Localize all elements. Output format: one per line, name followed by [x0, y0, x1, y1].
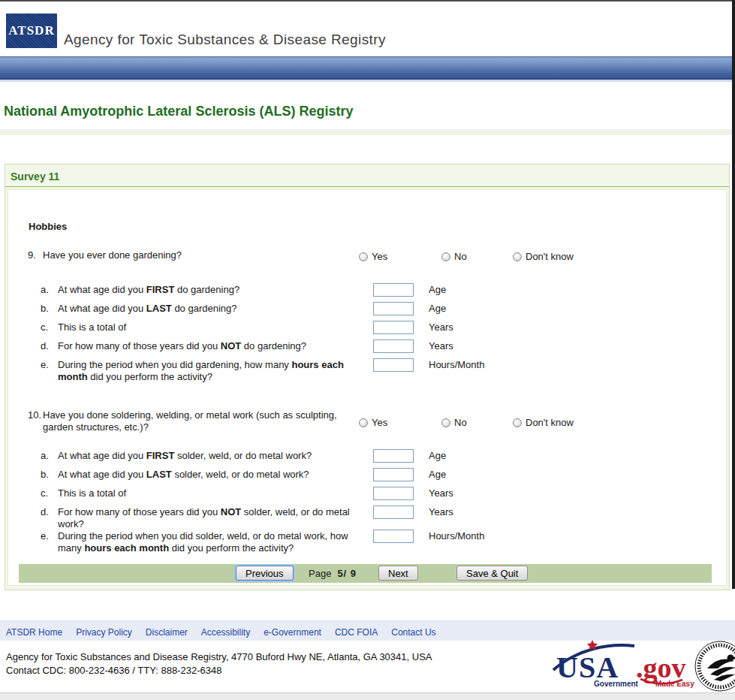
text-segment: At what age did you [58, 303, 146, 314]
q9-e-input[interactable] [373, 358, 414, 372]
unit-label: Age [429, 284, 726, 296]
radio-label: No [454, 251, 467, 263]
atsdr-logo-text: ATSDR [8, 23, 54, 38]
unit-label: Hours/Month [429, 530, 726, 542]
q10-d-input[interactable] [373, 505, 414, 519]
next-button[interactable]: Next [378, 566, 418, 581]
unit-label: Years [429, 321, 726, 333]
text-segment: did you perform the activity? [169, 542, 294, 554]
bottom-band [0, 692, 735, 700]
question-10-row: 10.Have you done soldering, welding, or … [8, 409, 726, 433]
radio-button-icon[interactable] [513, 418, 522, 427]
unit-label: Years [429, 506, 726, 518]
text-segment: At what age did you [58, 469, 146, 480]
question-10-subquestions: a.At what age did you FIRST solder, weld… [8, 450, 726, 554]
q10-radio-yes[interactable]: Yes [359, 417, 387, 429]
q10-radio-don-t-know[interactable]: Don't know [513, 417, 574, 429]
q10-b-text: At what age did you LAST solder, weld, o… [58, 469, 373, 481]
q10-b-input[interactable] [373, 468, 414, 481]
subquestion-letter: a. [41, 284, 58, 296]
input-cell [373, 530, 429, 543]
input-cell [373, 450, 429, 463]
q9-c-text: This is a total of [58, 321, 373, 333]
radio-button-icon[interactable] [441, 418, 450, 427]
text-segment: At what age did you [58, 450, 146, 461]
text-segment: This is a total of [58, 487, 126, 499]
text-bold-segment: hours each month [84, 542, 169, 554]
question-9-row: 9.Have you ever done gardening?YesNoDon'… [8, 249, 726, 261]
q9-sub-e-row: e.During the period when you did gardeni… [8, 359, 726, 383]
pagination-band: Previous Page5/ 9 Next Save & Quit [19, 564, 712, 583]
usagov-government-text: Government [594, 680, 639, 688]
text-segment: did you perform the activity? [88, 371, 212, 382]
subquestion-letter: d. [41, 340, 58, 352]
q9-radio-yes[interactable]: Yes [359, 251, 387, 263]
input-cell [373, 359, 429, 372]
unit-label: Age [429, 303, 726, 315]
survey-panel: Survey 11 Hobbies 9.Have you ever done g… [5, 164, 730, 590]
text-bold-segment: FIRST [146, 284, 175, 295]
footer-link-disclaimer[interactable]: Disclaimer [146, 627, 188, 638]
q10-e-input[interactable] [373, 530, 414, 543]
q9-d-input[interactable] [373, 339, 414, 353]
q9-radio-no[interactable]: No [441, 251, 467, 263]
q10-sub-a-row: a.At what age did you FIRST solder, weld… [8, 450, 726, 469]
q9-a-input[interactable] [373, 283, 414, 297]
q10-sub-b-row: b.At what age did you LAST solder, weld,… [8, 469, 726, 487]
agency-title: Agency for Toxic Substances & Disease Re… [64, 32, 386, 48]
footer-link-contact-us[interactable]: Contact Us [391, 627, 435, 638]
subquestion-letter: e. [41, 530, 58, 542]
q9-b-input[interactable] [373, 302, 414, 315]
footer-link-atsdr-home[interactable]: ATSDR Home [6, 627, 62, 638]
footer-link-accessibility[interactable]: Accessibility [201, 627, 250, 638]
previous-button[interactable]: Previous [236, 566, 294, 581]
q10-sub-d-row: d.For how many of those years did you NO… [8, 506, 726, 530]
text-segment: do gardening? [174, 284, 239, 295]
radio-label: No [454, 417, 467, 429]
q10-a-input[interactable] [373, 449, 414, 463]
usagov-logo[interactable]: USA .gov Government Made Easy [550, 638, 697, 691]
input-cell [373, 321, 429, 334]
text-bold-segment: LAST [146, 303, 172, 314]
footer-contact-line: Contact CDC: 800-232-4636 / TTY: 888-232… [6, 664, 432, 677]
footer-link-e-government[interactable]: e-Government [264, 627, 321, 638]
q9-c-input[interactable] [373, 321, 414, 334]
radio-button-icon[interactable] [359, 252, 368, 261]
radio-label: Don't know [526, 251, 574, 263]
q9-radio-don-t-know[interactable]: Don't know [513, 251, 574, 263]
divider-strip [0, 129, 735, 135]
q10-c-input[interactable] [373, 487, 414, 500]
q10-a-text: At what age did you FIRST solder, weld, … [58, 450, 373, 462]
subquestion-letter: d. [41, 506, 58, 518]
survey-panel-title: Survey 11 [5, 164, 729, 187]
footer-link-privacy-policy[interactable]: Privacy Policy [76, 627, 132, 638]
atsdr-logo[interactable]: ATSDR [6, 14, 57, 48]
page-label: Page [309, 568, 331, 579]
footer-link-cdc-foia[interactable]: CDC FOIA [335, 627, 378, 638]
q9-sub-a-row: a.At what age did you FIRST do gardening… [8, 284, 726, 303]
save-quit-button[interactable]: Save & Quit [456, 566, 528, 581]
radio-button-icon[interactable] [359, 418, 368, 427]
subquestion-letter: e. [41, 359, 58, 371]
text-segment: This is a total of [58, 321, 126, 333]
radio-label: Yes [372, 251, 387, 263]
browser-page: ATSDR Agency for Toxic Substances & Dise… [0, 0, 735, 700]
usagov-madeeasy-text: Made Easy [655, 680, 694, 688]
nav-bar-underline [0, 80, 735, 82]
q9-sub-c-row: c.This is a total ofYears [8, 321, 726, 340]
q10-radio-no[interactable]: No [441, 417, 467, 429]
q9-sub-d-row: d.For how many of those years did you NO… [8, 340, 726, 359]
footer-address: Agency for Toxic Substances and Disease … [6, 650, 432, 677]
text-segment: do gardening? [241, 340, 306, 352]
question-9-subquestions: a.At what age did you FIRST do gardening… [8, 284, 726, 383]
radio-button-icon[interactable] [513, 252, 522, 261]
q9-e-text: During the period when you did gardening… [58, 359, 373, 383]
radio-label: Yes [372, 417, 387, 429]
question-9-radio-group: YesNoDon't know [359, 251, 607, 261]
radio-button-icon[interactable] [441, 252, 450, 261]
input-cell [373, 506, 429, 519]
unit-label: Age [429, 469, 726, 481]
question-10-radio-group: YesNoDon't know [359, 417, 607, 427]
unit-label: Years [429, 487, 726, 499]
page-title: National Amyotrophic Lateral Sclerosis (… [4, 104, 353, 119]
